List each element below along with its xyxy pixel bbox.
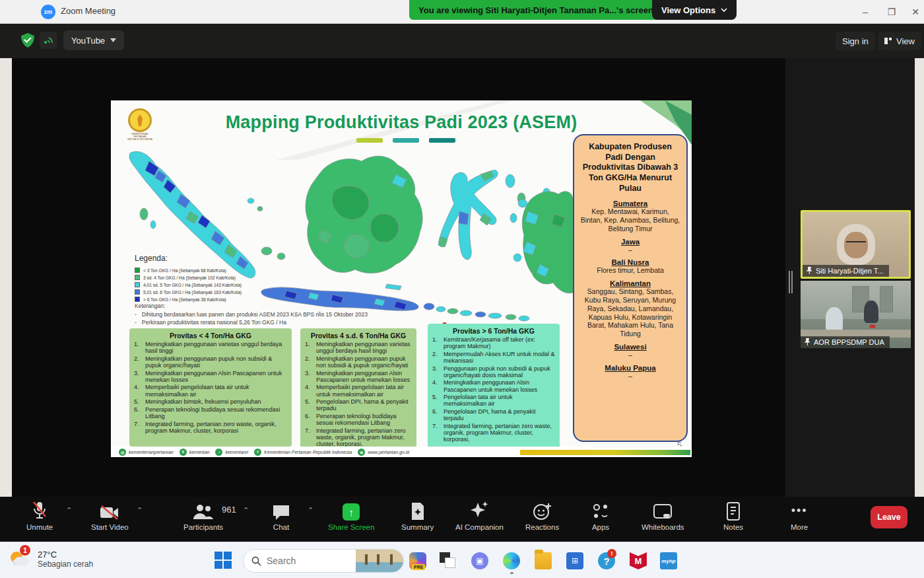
task-view-icon[interactable] [440,552,457,569]
ai-companion-icon [469,501,489,521]
weather-condition: Sebagian cerah [38,560,93,569]
strategy-item: Pengelolaan DPI, hama & penyakit terpadu [432,408,555,421]
slide-title: Mapping Produktivitas Padi 2023 (ASEM) [111,112,692,133]
view-options-button[interactable]: View Options [652,0,737,20]
participant-figure [826,307,843,332]
file-explorer-icon[interactable] [535,552,552,569]
low-productivity-districts-box: Kabupaten Produsen Padi Dengan Produktiv… [573,134,688,442]
strategy-item: Pengelolaan tata air untuk memaksimalkan… [432,394,555,407]
more-button[interactable]: ••• More [791,501,808,531]
strategy-box-title: Provitas < 4 Ton/Ha GKG [134,332,287,340]
legend-item: 4,01 sd. 5 Ton GKG / Ha (Sebanyak 143 Ka… [135,282,242,287]
myhp-icon[interactable]: myhp [660,552,677,569]
live-stream-icon[interactable] [40,32,57,49]
notes-title: Keterangan: [135,303,504,309]
legend-item: 5,01 sd. 6 Ton GKG / Ha (Sebanyak 163 Ka… [135,289,242,295]
island-section: Maluku Papua – [580,364,680,380]
flowers-decor [869,324,876,328]
video-thumbnail-active-speaker[interactable]: Siti Haryati-Ditjen T... [801,210,911,279]
legend-item: 3 sd. 4 Ton GKG / Ha (Sebanyak 102 Kab/K… [135,275,242,280]
strategy-item: Meningkatkan penggunaan varietas unggul … [134,341,287,354]
search-input[interactable] [267,556,346,566]
social-instagram: ◎ kementerianpertanian [119,449,174,456]
panel-resize-handle[interactable] [789,271,794,293]
whiteboards-button[interactable]: Whiteboards [642,501,684,531]
video-thumbnail-room[interactable]: AOR BPPSDMP DUA [801,281,911,348]
share-screen-icon: ↑ [343,503,360,521]
strategy-item: Integrated farming, pertanian zero waste… [432,423,555,443]
legend-swatch [135,297,140,302]
edge-browser-icon[interactable] [503,552,520,569]
desktop-edge-left [0,58,12,497]
zoom-toolbar: Unmute ⌃ Start Video ⌃ Participants 961 … [0,497,924,542]
microsoft-store-icon[interactable]: ⊞ [566,552,583,569]
strategy-box-title: Provitas 4 s.d. 6 Ton/Ha GKG [305,332,412,340]
legend-swatch [135,289,140,295]
ai-companion-button[interactable]: AI Companion [455,501,504,531]
legend-item: > 6 Ton GKG / Ha (Sebanyak 38 Kab/Kota) [135,297,242,302]
legend-item: < 3 Ton GKG / Ha (Sebanyak 68 Kab/Kota) [135,268,242,273]
producers-box-title: Kabupaten Produsen Padi Dengan Produktiv… [580,142,680,194]
room-panel [880,286,893,312]
zoom-meeting-window: zm Zoom Meeting – ❐ ✕ You are viewing Si… [0,0,924,578]
notes-button[interactable]: Notes [723,501,743,531]
legend-label: 3 sd. 4 Ton GKG / Ha (Sebanyak 102 Kab/K… [143,275,236,280]
chat-button[interactable]: Chat [272,501,290,531]
accent-bar [393,138,419,143]
chat-icon [272,503,290,521]
notes-icon [726,502,741,521]
minimize-button[interactable]: – [855,4,875,20]
island-section: Sulawesi – [580,343,680,359]
legend-swatch [135,282,140,287]
social-website: ⊕ www.pertanian.go.id [358,449,409,456]
teams-chat-icon[interactable]: ▣ [471,552,488,569]
start-button[interactable] [214,551,232,569]
island-section: Kalimantan Sanggau, Sintang, Sambas, Kub… [580,279,680,338]
summary-icon [411,502,425,521]
sign-in-label: Sign in [842,36,869,46]
encryption-shield-icon[interactable] [21,33,34,48]
video-options-chevron[interactable]: ⌃ [137,506,143,515]
strategy-item: Penerapan teknologi budidaya sesuai reko… [134,406,287,419]
presentation-slide: KEMENTERIAN PERTANIANREPUBLIK INDONESIA … [111,100,692,457]
strategy-item: Meningkatkan penggunaan pupuk non subsid… [305,355,412,369]
unmute-button[interactable]: Unmute [26,501,53,531]
mcafee-icon[interactable]: M [630,552,647,569]
chat-options-chevron[interactable]: ⌃ [308,506,314,515]
summary-button[interactable]: Summary [401,501,434,531]
participants-button[interactable]: Participants [183,501,223,531]
copilot-icon[interactable]: PRE [409,552,426,569]
strategy-item: Integrated farming, pertanian zero waste… [134,421,287,434]
taskbar-search[interactable] [243,549,404,573]
start-video-button[interactable]: Start Video [91,501,129,531]
participant-name-tag: AOR BPPSDMP DUA [801,336,890,348]
map-legend: Legenda: < 3 Ton GKG / Ha (Sebanyak 68 K… [135,254,242,304]
search-icon [251,556,261,566]
weather-widget[interactable]: 1 27°C Sebagian cerah [9,548,93,570]
note-line: Dihitung berdasarkan luas panen dan prod… [135,311,504,318]
stream-service-dropdown[interactable]: YouTube [63,30,124,50]
search-highlight-image[interactable] [356,549,403,573]
accent-bar [429,138,455,143]
maximize-button[interactable]: ❐ [882,4,902,20]
reactions-button[interactable]: Reactions [525,501,559,531]
participants-count: 961 [222,505,236,515]
share-screen-button[interactable]: ↑ Share Screen [328,501,374,531]
view-layout-button[interactable]: View [878,32,921,50]
participant-figure [864,301,878,323]
close-button[interactable]: ✕ [906,4,924,20]
island-section: Sumatera Kep. Mentawai, Karimun, Bintan,… [580,199,680,233]
strategy-item: Meningkatkan penggunaan Alsin Pascapanen… [432,379,555,392]
leave-button[interactable]: Leave [871,506,908,528]
strategy-item: Meningkatkan penggunaan Alsin Pascapanen… [305,370,412,383]
participants-options-chevron[interactable]: ⌃ [243,506,249,515]
strategy-box-low: Provitas < 4 Ton/Ha GKG Meningkatkan pen… [129,328,292,447]
unmute-options-chevron[interactable]: ⌃ [66,506,72,515]
zoom-app-icon: zm [41,5,55,19]
sign-in-button[interactable]: Sign in [836,32,875,50]
camera-off-icon [100,505,119,521]
apps-button[interactable]: Apps [591,501,610,531]
alert-badge: ! [607,549,616,558]
get-help-icon[interactable]: ? ! [598,552,615,569]
strategy-item: Memperbaiki pengelolaan tata air untuk m… [134,384,287,397]
